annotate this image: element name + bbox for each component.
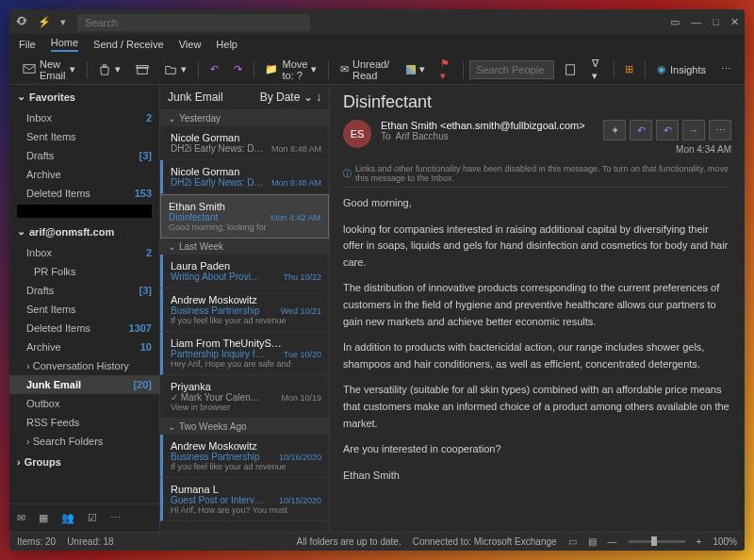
more-view-icon[interactable]: ⋯: [110, 512, 121, 524]
reply-all-button[interactable]: ↶: [656, 120, 679, 140]
quick-access-icon[interactable]: ⚡: [38, 16, 51, 28]
calendar-view-icon[interactable]: ▦: [39, 512, 48, 524]
dropdown-icon[interactable]: ▾: [60, 16, 66, 28]
message-date: Tue 10/20: [284, 350, 321, 359]
nav-item-pr-folks[interactable]: PR Folks: [9, 262, 159, 281]
status-unread: Unread: 18: [67, 536, 113, 547]
nav-item-drafts[interactable]: Drafts[3]: [9, 281, 159, 300]
message-group-header[interactable]: ⌄ Two Weeks Ago: [160, 419, 329, 435]
nav-item-archive[interactable]: Archive10: [9, 338, 159, 356]
message-group-header[interactable]: ⌄ Last Week: [160, 239, 329, 255]
nav-item-label: Drafts: [26, 150, 54, 161]
nav-item-sent-items[interactable]: Sent Items: [9, 300, 159, 319]
people-view-icon[interactable]: 👥: [61, 512, 74, 524]
filter-button[interactable]: ∇ ▾: [586, 54, 608, 86]
nav-item-junk-email[interactable]: Junk Email[20]: [9, 375, 159, 394]
envelope-icon: ✉: [340, 63, 349, 75]
message-item[interactable]: Andrew Moskowitz Business Partnership 10…: [160, 435, 329, 478]
search-input[interactable]: [77, 14, 310, 31]
status-connection: Connected to: Microsoft Exchange: [413, 536, 557, 547]
addins-button[interactable]: ⊞: [619, 59, 639, 79]
message-date: Mon 8:48 AM: [271, 144, 321, 154]
message-subject-preview: DH2i Early News: DxOdyssey f…: [171, 143, 265, 154]
nav-item-search-folders[interactable]: › Search Folders: [9, 432, 159, 451]
more-button[interactable]: ⋯: [715, 59, 737, 79]
nav-item-inbox[interactable]: Inbox2: [9, 243, 159, 262]
nav-item-label: Junk Email: [26, 379, 81, 390]
body-paragraph: In addition to products with bactericida…: [343, 339, 731, 372]
message-date: 10/16/2020: [279, 453, 321, 462]
reply-button[interactable]: ↶: [630, 120, 652, 140]
message-item[interactable]: Priyanka ✓ Mark Your Calendars to M… Mon…: [160, 375, 329, 419]
view-normal-icon[interactable]: ▭: [568, 536, 577, 547]
message-item[interactable]: Laura Paden Writing About Providing To… …: [160, 255, 329, 288]
move-to-button[interactable]: 📁 Move to: ? ▾: [259, 55, 322, 85]
view-reading-icon[interactable]: ▤: [588, 536, 597, 547]
nav-item-archive[interactable]: Archive: [9, 165, 159, 184]
sort-button[interactable]: By Date ⌄ ↓: [260, 91, 321, 104]
nav-item-count: 2: [146, 247, 152, 258]
sync-icon[interactable]: [15, 14, 28, 29]
message-item[interactable]: Nicole Gorman DH2i Early News: DxOdyssey…: [160, 126, 329, 160]
message-list-header: Junk Email By Date ⌄ ↓: [160, 85, 329, 110]
zoom-out-icon[interactable]: —: [608, 536, 617, 547]
window-app-icon[interactable]: ▭: [670, 16, 680, 28]
close-icon[interactable]: ✕: [730, 16, 739, 28]
message-from: Andrew Moskowitz: [171, 294, 321, 305]
search-people-input[interactable]: [469, 60, 554, 79]
insights-button[interactable]: ◉ Insights: [651, 59, 712, 79]
categorize-button[interactable]: ▾: [401, 59, 431, 79]
menu-file[interactable]: File: [19, 39, 36, 50]
delete-button[interactable]: ▾: [92, 59, 126, 80]
new-email-button[interactable]: New Email ▾: [17, 55, 81, 85]
tasks-view-icon[interactable]: ☑: [88, 512, 97, 524]
nav-item-deleted-items[interactable]: Deleted Items153: [9, 184, 159, 203]
nav-item-outbox[interactable]: Outbox: [9, 394, 159, 413]
like-button[interactable]: ✦: [603, 120, 626, 140]
maximize-icon[interactable]: □: [713, 16, 719, 27]
nav-item-label: Archive: [26, 341, 61, 353]
mail-view-icon[interactable]: ✉: [17, 512, 25, 524]
more-actions-button[interactable]: ⋯: [709, 120, 731, 140]
message-item[interactable]: Andrew Moskowitz Business Partnership We…: [160, 288, 329, 332]
menu-home[interactable]: Home: [51, 37, 78, 52]
nav-item-deleted-items[interactable]: Deleted Items1307: [9, 319, 159, 338]
nav-item-conversation-history[interactable]: › Conversation History: [9, 356, 159, 375]
menu-send-receive[interactable]: Send / Receive: [93, 39, 164, 50]
message-header: ES Ethan Smith <ethan.smith@fullbizgoal.…: [343, 120, 731, 155]
zoom-slider[interactable]: [629, 540, 685, 543]
groups-header[interactable]: › Groups: [9, 451, 159, 473]
ribbon: New Email ▾ ▾ ▾ ↶ ↷ 📁 Move to: ? ▾ ✉ Unr…: [9, 55, 745, 85]
nav-item-sent-items[interactable]: Sent Items: [9, 127, 159, 146]
message-item[interactable]: Rumana L Guest Post or Interview opp… 10…: [160, 478, 329, 521]
message-group-header[interactable]: ⌄ Yesterday: [160, 110, 329, 126]
message-subject-preview: Disinfectant: [169, 212, 218, 222]
menu-help[interactable]: Help: [216, 39, 238, 50]
minimize-icon[interactable]: —: [691, 16, 701, 27]
archive-button[interactable]: [130, 59, 155, 80]
nav-item-label: Drafts: [26, 285, 54, 296]
insights-icon: ◉: [657, 63, 666, 75]
message-item[interactable]: Ethan Smith Disinfectant Mon 4:42 AM Goo…: [160, 194, 329, 239]
nav-item-inbox[interactable]: Inbox2: [9, 108, 159, 127]
redo-button[interactable]: ↷: [228, 59, 248, 79]
nav-item-rss-feeds[interactable]: RSS Feeds: [9, 413, 159, 432]
undo-button[interactable]: ↶: [205, 59, 224, 79]
zoom-in-icon[interactable]: +: [697, 536, 702, 547]
menu-bar: File Home Send / Receive View Help: [9, 34, 745, 55]
unread-read-button[interactable]: ✉ Unread/ Read: [335, 55, 397, 85]
zoom-value: 100%: [713, 536, 737, 547]
message-item[interactable]: Liam From TheUnityS… Partnership Inquiry…: [160, 332, 329, 375]
message-subject-preview: Writing About Providing To…: [171, 272, 265, 282]
nav-item-count: [3]: [139, 150, 152, 161]
flag-button[interactable]: ⚑ ▾: [434, 54, 458, 86]
address-book-button[interactable]: [558, 59, 582, 80]
forward-button[interactable]: →: [682, 120, 705, 140]
nav-item-label: Deleted Items: [26, 188, 90, 199]
account-header[interactable]: ⌄ arif@onmsft.com: [9, 220, 159, 243]
menu-view[interactable]: View: [179, 39, 202, 50]
favorites-header[interactable]: ⌄ Favorites: [9, 85, 159, 108]
nav-item-drafts[interactable]: Drafts[3]: [9, 146, 159, 165]
message-item[interactable]: Nicole Gorman DH2i Early News: DxOdysse……: [160, 160, 329, 194]
move-button[interactable]: ▾: [158, 59, 192, 80]
